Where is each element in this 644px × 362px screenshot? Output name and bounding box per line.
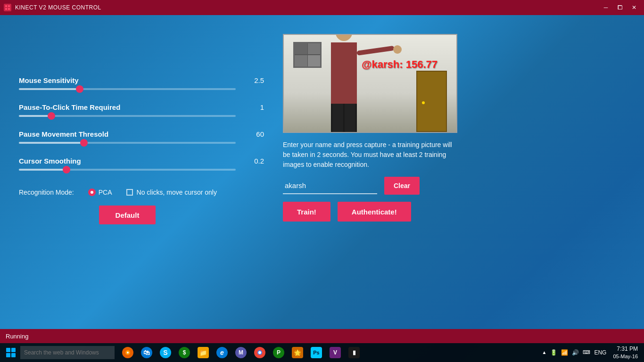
title-bar-left: KINECT V2 MOUSE CONTROL: [4, 4, 101, 11]
taskbar-vs-icon[interactable]: V: [327, 344, 344, 361]
left-panel: Mouse Sensitivity 2.5 Pause-To-Click Tim…: [19, 29, 264, 324]
slider-header: Pause-To-Click Time Required 1: [19, 103, 264, 111]
name-input-row: Clear: [283, 177, 625, 195]
cursor-smoothing-thumb[interactable]: [63, 166, 70, 173]
start-button[interactable]: [2, 344, 19, 361]
svg-rect-0: [5, 5, 7, 7]
slider-header: Pause Movement Thresold 60: [19, 130, 264, 138]
no-clicks-label: No clicks, move cursor only: [137, 189, 217, 196]
window-title: KINECT V2 MOUSE CONTROL: [15, 4, 101, 11]
taskbar-search-input[interactable]: [20, 346, 115, 359]
clock-time: 7:31 PM: [617, 346, 638, 353]
main-content: Mouse Sensitivity 2.5 Pause-To-Click Tim…: [0, 15, 644, 329]
maximize-button[interactable]: ⧠: [614, 3, 626, 12]
minimize-button[interactable]: ─: [600, 3, 612, 12]
cursor-smoothing-track[interactable]: [19, 169, 236, 171]
keyboard-icon: ⌨: [583, 349, 590, 355]
taskbar-chrome-icon[interactable]: [251, 344, 268, 361]
taskbar-photos-icon[interactable]: 🌟: [289, 344, 306, 361]
windows-logo-icon: [6, 348, 16, 357]
close-button[interactable]: ✕: [628, 3, 640, 12]
title-bar: KINECT V2 MOUSE CONTROL ─ ⧠ ✕: [0, 0, 644, 15]
no-clicks-option[interactable]: No clicks, move cursor only: [126, 189, 217, 196]
pause-click-thumb[interactable]: [48, 112, 55, 120]
taskbar-photoshop-icon[interactable]: Ps: [308, 344, 325, 361]
taskbar-explorer-icon[interactable]: 📁: [195, 344, 212, 361]
taskbar: 🛍 S $ 📁 e M: [0, 343, 644, 362]
app-icon: [4, 4, 11, 11]
system-clock[interactable]: 7:31 PM 05-May-16: [613, 346, 638, 360]
mouse-sensitivity-group: Mouse Sensitivity 2.5: [19, 76, 264, 90]
svg-rect-2: [5, 8, 7, 10]
bottom-buttons: Train! Authenticate!: [283, 202, 625, 222]
taskbar-greenapp-icon[interactable]: P: [270, 344, 287, 361]
pca-radio-button[interactable]: [88, 189, 96, 196]
pause-click-label: Pause-To-Click Time Required: [19, 103, 120, 111]
slider-fill: [19, 169, 66, 171]
pause-movement-label: Pause Movement Thresold: [19, 130, 108, 138]
pause-movement-value: 60: [256, 130, 264, 138]
svg-point-6: [127, 352, 129, 354]
taskbar-store-icon[interactable]: 🛍: [138, 344, 155, 361]
taskbar-terminal-icon[interactable]: ▮: [346, 344, 363, 361]
radio-inner: [91, 191, 93, 194]
default-button[interactable]: Default: [99, 206, 156, 224]
instructions-text: Enter your name and press capture - a tr…: [283, 140, 457, 170]
camera-door-shape: [416, 71, 447, 132]
pause-click-value: 1: [260, 103, 264, 111]
camera-view: @karsh: 156.77: [283, 34, 457, 133]
system-tray-icons: ▲ 🔋 📶 🔊 ⌨ ENG: [542, 349, 607, 356]
mouse-sensitivity-track[interactable]: [19, 88, 236, 90]
taskbar-edge-icon[interactable]: e: [214, 344, 231, 361]
pause-click-track[interactable]: [19, 115, 236, 117]
pause-movement-thumb[interactable]: [80, 139, 88, 147]
pca-radio-option[interactable]: PCA: [88, 189, 112, 196]
train-button[interactable]: Train!: [283, 202, 330, 222]
slider-header: Cursor Smoothing 0.2: [19, 157, 264, 165]
authenticate-button[interactable]: Authenticate!: [338, 202, 411, 222]
mouse-sensitivity-thumb[interactable]: [76, 85, 83, 93]
no-clicks-checkbox[interactable]: [126, 189, 133, 196]
cursor-smoothing-value: 0.2: [254, 157, 264, 165]
slider-fill: [19, 115, 51, 117]
cursor-smoothing-group: Cursor Smoothing 0.2: [19, 157, 264, 171]
recognition-mode-row: Recognition Mode: PCA No clicks, move cu…: [19, 189, 264, 196]
tray-up-arrow-icon[interactable]: ▲: [542, 350, 547, 355]
status-text: Running: [6, 333, 28, 340]
mouse-sensitivity-value: 2.5: [254, 76, 264, 84]
person-silhouette: [331, 42, 357, 132]
svg-rect-1: [8, 5, 10, 7]
battery-icon: 🔋: [550, 349, 557, 356]
person-body: [331, 42, 357, 104]
pause-movement-track[interactable]: [19, 142, 236, 144]
slider-fill: [19, 88, 80, 90]
recognition-mode-label: Recognition Mode:: [19, 189, 74, 196]
clear-button[interactable]: Clear: [384, 177, 420, 195]
volume-icon: 🔊: [572, 349, 579, 356]
language-label: ENG: [594, 349, 606, 356]
taskbar-travel-icon[interactable]: M: [232, 344, 249, 361]
mouse-sensitivity-label: Mouse Sensitivity: [19, 76, 79, 84]
clock-date: 05-May-16: [613, 353, 638, 360]
door-knob: [422, 101, 425, 104]
pause-click-group: Pause-To-Click Time Required 1: [19, 103, 264, 117]
slider-header: Mouse Sensitivity 2.5: [19, 76, 264, 84]
name-input[interactable]: [283, 177, 377, 194]
wifi-icon: 📶: [561, 349, 568, 356]
svg-rect-3: [8, 8, 10, 10]
cursor-smoothing-label: Cursor Smoothing: [19, 157, 81, 165]
taskbar-finance-icon[interactable]: $: [176, 344, 193, 361]
camera-background: [284, 35, 456, 132]
pca-radio-label: PCA: [99, 189, 112, 196]
camera-overlay-text: @karsh: 156.77: [362, 58, 438, 71]
status-bar: Running: [0, 329, 644, 343]
title-bar-controls: ─ ⧠ ✕: [600, 3, 640, 12]
slider-fill: [19, 142, 84, 144]
taskbar-skype-icon[interactable]: S: [157, 344, 174, 361]
svg-point-9: [258, 351, 261, 354]
camera-window-shape: [293, 42, 322, 68]
pause-movement-group: Pause Movement Thresold 60: [19, 130, 264, 144]
person-head: [336, 34, 352, 41]
taskbar-firefox-icon[interactable]: [119, 344, 136, 361]
right-panel: @karsh: 156.77 Enter your name and press…: [283, 29, 625, 324]
